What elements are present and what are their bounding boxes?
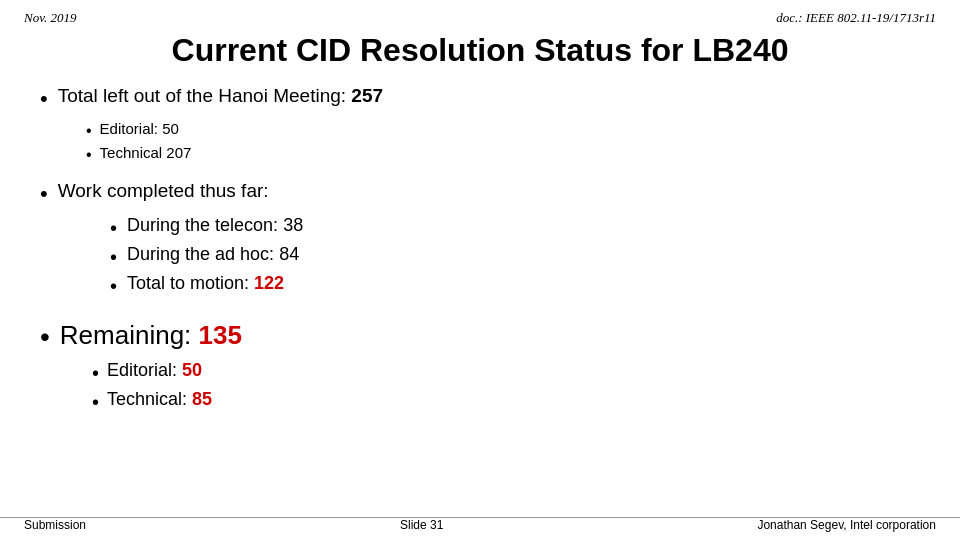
bullet-rem-editorial-text: Editorial: 50 (107, 360, 202, 381)
bullet-dot-remaining: • (40, 320, 50, 354)
bullet-editorial-text: Editorial: 50 (100, 120, 179, 137)
header-date: Nov. 2019 (24, 10, 76, 26)
footer-left: Submission (24, 518, 86, 532)
footer-center: Slide 31 (400, 518, 443, 532)
bullet-dot-telecon: • (110, 215, 117, 242)
bullet-dot-editorial: • (86, 120, 92, 142)
slide-title: Current CID Resolution Status for LB240 (24, 32, 936, 69)
bullet-dot-technical: • (86, 144, 92, 166)
footer-right: Jonathan Segev, Intel corporation (757, 518, 936, 532)
bullet-editorial: • Editorial: 50 (86, 120, 920, 142)
bullet-adhoc: • During the ad hoc: 84 (110, 244, 920, 271)
bullet-work: • Work completed thus far: (40, 180, 920, 209)
bullet-rem-technical-text: Technical: 85 (107, 389, 212, 410)
bullet-dot-rem-editorial: • (92, 360, 99, 387)
bullet-dot-2: • (40, 180, 48, 209)
bullet-total-text: Total left out of the Hanoi Meeting: 257 (58, 85, 383, 107)
bullet-motion-text: Total to motion: 122 (127, 273, 284, 294)
bullet-technical-text: Technical 207 (100, 144, 192, 161)
content-area: • Total left out of the Hanoi Meeting: 2… (0, 85, 960, 416)
bullet-dot-1: • (40, 85, 48, 114)
bullet-rem-editorial: • Editorial: 50 (92, 360, 920, 387)
footer: Submission Slide 31 Jonathan Segev, Inte… (0, 517, 960, 532)
bullet-adhoc-text: During the ad hoc: 84 (127, 244, 299, 265)
header-doc: doc.: IEEE 802.11-19/1713r11 (776, 10, 936, 26)
header: Nov. 2019 doc.: IEEE 802.11-19/1713r11 (0, 0, 960, 26)
bullet-telecon: • During the telecon: 38 (110, 215, 920, 242)
bullet-technical: • Technical 207 (86, 144, 920, 166)
bullet-total: • Total left out of the Hanoi Meeting: 2… (40, 85, 920, 114)
bullet-remaining: • Remaining: 135 (40, 320, 920, 354)
remaining-section: • Remaining: 135 • Editorial: 50 • T (40, 320, 920, 416)
bullet-dot-rem-technical: • (92, 389, 99, 416)
bullet-telecon-text: During the telecon: 38 (127, 215, 303, 236)
bullet-rem-technical: • Technical: 85 (92, 389, 920, 416)
bullet-remaining-text: Remaining: 135 (60, 320, 242, 351)
slide: Nov. 2019 doc.: IEEE 802.11-19/1713r11 C… (0, 0, 960, 540)
bullet-total-motion: • Total to motion: 122 (110, 273, 920, 300)
bullet-dot-adhoc: • (110, 244, 117, 271)
bullet-dot-motion: • (110, 273, 117, 300)
bullet-work-text: Work completed thus far: (58, 180, 269, 202)
